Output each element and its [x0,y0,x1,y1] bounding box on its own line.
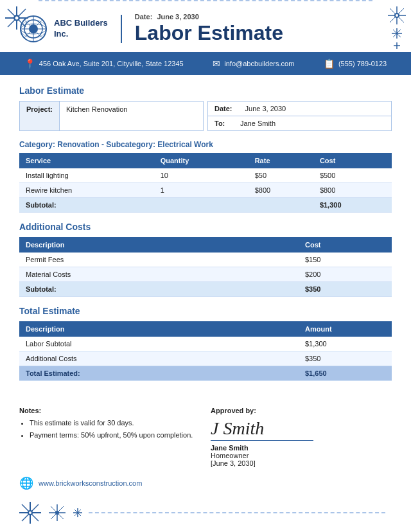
project-to-label: To: [208,116,234,130]
total-estimate-header-row: Description Amount [19,321,392,337]
phone-text: (555) 789-0123 [338,60,387,67]
signature-line [211,440,313,441]
notes-title: Notes: [19,407,200,414]
col-cost: Cost [313,153,392,168]
labor-estimate-section-title: Labor Estimate [19,85,392,96]
col-service: Service [19,153,154,168]
info-bar: 📍 456 Oak Ave, Suite 201, Cityville, Sta… [0,52,411,75]
project-date-label: Date: [208,102,239,116]
project-label: Project: [20,102,60,130]
corner-tr-decoration [388,6,406,49]
notes-area: Notes: This estimate is valid for 30 day… [19,407,200,467]
phone-item: 📋 (555) 789-0123 [324,58,387,69]
subtotal-row: Subtotal:$1,300 [19,198,392,213]
total-row: Total Estimated:$1,650 [19,366,392,381]
project-to-value: Jane Smith [234,116,282,130]
signer-name: Jane Smith [211,444,392,452]
svg-point-5 [15,17,19,20]
email-item: ✉ info@abcbuilders.com [213,58,294,69]
company-name: ABC Builders Inc. [54,18,108,40]
footer: 🌐 www.brickworksconstruction.com [0,467,411,497]
table-row: Additional Costs$350 [19,351,392,366]
additional-costs-header-row: Description Cost [19,237,392,253]
table-row: Material Costs$200 [19,267,392,282]
address-text: 456 Oak Ave, Suite 201, Cityville, State… [39,60,184,67]
col-description: Description [19,321,299,337]
star-icon-3 [73,508,82,517]
header: ABC Builders Inc. Date: June 3, 2030 Lab… [0,1,411,52]
list-item: Payment terms: 50% upfront, 50% upon com… [30,429,200,441]
project-date-value: June 3, 2030 [239,102,293,116]
email-text: info@abcbuilders.com [224,60,294,67]
col-cost: Cost [299,237,392,253]
star-icon-2 [49,504,66,521]
logo-area: ABC Builders Inc. [19,15,122,43]
bottom-dashed-line [89,512,385,513]
project-value: Kitchen Renovation [60,102,134,130]
signer-role: Homeowner [211,452,392,459]
services-table-header-row: Service Quantity Rate Cost [19,153,392,168]
project-name-box: Project: Kitchen Renovation [19,101,204,131]
svg-point-32 [29,511,31,514]
col-quantity: Quantity [154,153,249,168]
location-icon: 📍 [24,58,35,69]
bottom-section: Notes: This estimate is valid for 30 day… [0,407,411,467]
page: ABC Builders Inc. Date: June 3, 2030 Lab… [0,0,411,532]
main-title: Labor Estimate [135,22,392,44]
table-row: Rewire kitchen1$800$800 [19,183,392,198]
star-icon-1 [19,502,41,524]
project-date-row: Date: June 3, 2030 [208,102,391,116]
bottom-decorations [0,497,411,529]
signature-script: J Smith [211,418,392,439]
approved-label: Approved by: [211,407,392,414]
table-row: Install lighting10$50$500 [19,168,392,183]
svg-point-11 [396,14,398,17]
project-to-row: To: Jane Smith [208,116,391,130]
table-row: Labor Subtotal$1,300 [19,337,392,351]
main-content: Labor Estimate Project: Kitchen Renovati… [0,75,411,400]
website-text: www.brickworksconstruction.com [39,479,142,487]
project-info-grid: Project: Kitchen Renovation Date: June 3… [19,101,392,131]
header-date-line: Date: June 3, 2030 [135,13,392,21]
col-rate: Rate [249,153,313,168]
services-table: Service Quantity Rate Cost Install light… [19,153,392,213]
address-item: 📍 456 Oak Ave, Suite 201, Cityville, Sta… [24,58,184,69]
corner-tl-decoration [5,6,28,31]
category-header: Category: Renovation - Subcategory: Elec… [19,140,392,149]
title-area: Date: June 3, 2030 Labor Estimate [122,13,392,44]
col-amount: Amount [299,321,392,337]
list-item: This estimate is valid for 30 days. [30,417,200,429]
date-label: Date: [135,13,153,21]
svg-point-37 [55,511,59,515]
total-estimate-section-title: Total Estimate [19,306,392,316]
date-value: June 3, 2030 [157,13,198,21]
email-icon: ✉ [213,58,220,69]
additional-costs-table: Description Cost Permit Fees$150Material… [19,237,392,297]
table-row: Permit Fees$150 [19,253,392,267]
signer-date: [June 3, 2030] [211,459,392,467]
project-date-to-box: Date: June 3, 2030 To: Jane Smith [207,101,392,131]
phone-icon: 📋 [324,58,335,69]
globe-icon: 🌐 [19,476,33,490]
additional-costs-section-title: Additional Costs [19,222,392,232]
deco-stars-left [19,502,82,524]
subtotal-row: Subtotal:$350 [19,282,392,297]
signature-area: Approved by: J Smith Jane Smith Homeowne… [211,407,392,467]
total-estimate-table: Description Amount Labor Subtotal$1,300A… [19,321,392,381]
col-description: Description [19,237,299,253]
notes-list: This estimate is valid for 30 days.Payme… [19,417,200,441]
